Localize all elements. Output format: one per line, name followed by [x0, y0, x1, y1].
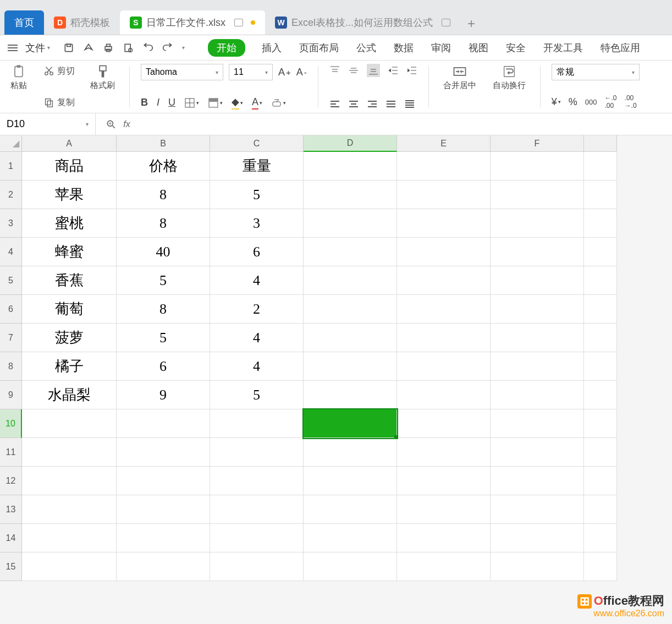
cell-G3[interactable] — [584, 209, 617, 238]
ribbon-layout[interactable]: 页面布局 — [298, 39, 340, 57]
cell-C2[interactable]: 5 — [210, 180, 304, 209]
cell-B13[interactable] — [117, 495, 210, 524]
percent-button[interactable]: % — [569, 96, 577, 108]
cell-A9[interactable]: 水晶梨 — [22, 381, 117, 409]
redo-icon[interactable] — [162, 42, 173, 53]
cell-F15[interactable] — [491, 552, 584, 581]
decrease-indent-button[interactable] — [388, 65, 399, 76]
cell-C9[interactable]: 5 — [210, 381, 304, 409]
ribbon-insert[interactable]: 插入 — [261, 39, 283, 57]
name-box[interactable]: D10▾ — [0, 113, 96, 135]
cell-A13[interactable] — [22, 495, 117, 524]
cell-E6[interactable] — [397, 295, 491, 324]
cell-C12[interactable] — [210, 467, 304, 495]
cell-A11[interactable] — [22, 438, 117, 467]
cell-D2[interactable] — [304, 180, 397, 209]
cell-C3[interactable]: 3 — [210, 209, 304, 238]
currency-button[interactable]: ¥▾ — [552, 96, 561, 108]
cell-G7[interactable] — [584, 324, 617, 352]
cell-G8[interactable] — [584, 352, 617, 381]
cell-C13[interactable] — [210, 495, 304, 524]
format-painter-button[interactable]: 格式刷 — [87, 64, 118, 91]
row-header-11[interactable]: 11 — [0, 438, 22, 467]
cell-B5[interactable]: 5 — [117, 266, 210, 295]
col-header-E[interactable]: E — [397, 135, 491, 152]
merge-center-button[interactable]: 合并居中 — [440, 64, 480, 91]
display-mode-icon[interactable] — [442, 19, 450, 26]
decrease-decimal-button[interactable]: .00→.0 — [625, 94, 637, 110]
cell-C4[interactable]: 6 — [210, 238, 304, 266]
cell-A5[interactable]: 香蕉 — [22, 266, 117, 295]
cell-E5[interactable] — [397, 266, 491, 295]
cell-style-button[interactable]: ▾ — [208, 97, 223, 108]
bold-button[interactable]: B — [141, 97, 148, 108]
select-all-corner[interactable]: ◢ — [0, 135, 22, 152]
fx-icon[interactable]: fx — [123, 119, 130, 129]
cell-B3[interactable]: 8 — [117, 209, 210, 238]
cell-F4[interactable] — [491, 238, 584, 266]
align-justify-button[interactable] — [385, 98, 396, 110]
cell-A8[interactable]: 橘子 — [22, 352, 117, 381]
cell-F3[interactable] — [491, 209, 584, 238]
cell-A2[interactable]: 苹果 — [22, 180, 117, 209]
row-header-6[interactable]: 6 — [0, 295, 22, 324]
increase-font-button[interactable]: A+ — [278, 67, 291, 78]
cell-G14[interactable] — [584, 524, 617, 552]
cell-G11[interactable] — [584, 438, 617, 467]
row-header-14[interactable]: 14 — [0, 524, 22, 552]
cell-D8[interactable] — [304, 352, 397, 381]
col-header-B[interactable]: B — [117, 135, 210, 152]
row-header-1[interactable]: 1 — [0, 152, 22, 180]
cell-E7[interactable] — [397, 324, 491, 352]
wrap-text-button[interactable]: 自动换行 — [489, 64, 529, 91]
row-header-13[interactable]: 13 — [0, 495, 22, 524]
display-mode-icon[interactable] — [234, 19, 243, 26]
cell-A6[interactable]: 葡萄 — [22, 295, 117, 324]
cell-C14[interactable] — [210, 524, 304, 552]
cell-A12[interactable] — [22, 467, 117, 495]
cell-G12[interactable] — [584, 467, 617, 495]
tab-home[interactable]: 首页 — [4, 10, 44, 35]
cell-E1[interactable] — [397, 152, 491, 180]
cell-F6[interactable] — [491, 295, 584, 324]
col-header-D[interactable]: D — [304, 135, 397, 152]
cell-B2[interactable]: 8 — [117, 180, 210, 209]
cut-button[interactable]: 剪切 — [41, 64, 77, 78]
row-header-9[interactable]: 9 — [0, 381, 22, 409]
row-header-10[interactable]: 10 — [0, 409, 22, 438]
ribbon-dev[interactable]: 开发工具 — [542, 39, 584, 57]
cell-F8[interactable] — [491, 352, 584, 381]
row-header-2[interactable]: 2 — [0, 180, 22, 209]
cell-A15[interactable] — [22, 552, 117, 581]
align-distribute-button[interactable] — [404, 98, 415, 110]
print-preview-icon[interactable] — [123, 42, 134, 53]
cell-E3[interactable] — [397, 209, 491, 238]
cell-F12[interactable] — [491, 467, 584, 495]
cell-D10[interactable] — [304, 409, 397, 438]
cell-B4[interactable]: 40 — [117, 238, 210, 266]
align-right-button[interactable] — [367, 98, 378, 110]
cell-G6[interactable] — [584, 295, 617, 324]
cell-B6[interactable]: 8 — [117, 295, 210, 324]
tab-templates[interactable]: D 稻壳模板 — [44, 10, 120, 35]
increase-indent-button[interactable] — [406, 65, 417, 76]
cell-E13[interactable] — [397, 495, 491, 524]
cell-F5[interactable] — [491, 266, 584, 295]
cell-G13[interactable] — [584, 495, 617, 524]
row-header-12[interactable]: 12 — [0, 467, 22, 495]
undo-dropdown-icon[interactable]: ▾ — [182, 45, 185, 51]
col-header-F[interactable]: F — [491, 135, 584, 152]
cell-E2[interactable] — [397, 180, 491, 209]
print-icon[interactable] — [103, 42, 114, 53]
cell-G9[interactable] — [584, 381, 617, 409]
cell-D14[interactable] — [304, 524, 397, 552]
cell-F1[interactable] — [491, 152, 584, 180]
ribbon-data[interactable]: 数据 — [393, 39, 415, 57]
align-middle-button[interactable] — [348, 65, 359, 76]
italic-button[interactable]: I — [157, 97, 159, 108]
undo-icon[interactable] — [142, 42, 153, 53]
tab-help-doc[interactable]: W Excel表格技...如何运用数组公式 — [265, 10, 460, 35]
underline-button[interactable]: U — [168, 97, 175, 108]
cell-B15[interactable] — [117, 552, 210, 581]
ribbon-view[interactable]: 视图 — [467, 39, 489, 57]
